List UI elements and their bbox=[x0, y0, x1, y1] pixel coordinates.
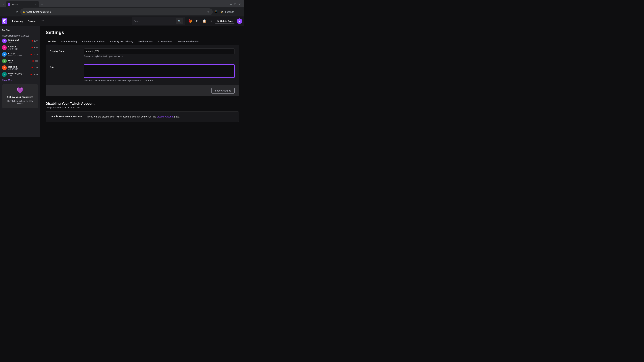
live-indicator bbox=[32, 47, 33, 48]
promo-title: Follow your favorites! bbox=[5, 95, 36, 99]
inbox-icon[interactable]: ✉ bbox=[195, 18, 200, 24]
live-indicator bbox=[30, 54, 32, 55]
viewer-count: 15.7K bbox=[33, 53, 38, 55]
cast-icon[interactable]: 📱 bbox=[214, 9, 218, 14]
notifications-icon[interactable]: 📋 bbox=[202, 18, 207, 24]
browse-nav-link[interactable]: Browse bbox=[26, 19, 38, 23]
disable-title: Disabling Your Twitch Account bbox=[46, 102, 239, 106]
avatar: K bbox=[2, 52, 7, 57]
save-changes-button[interactable]: Save Changes bbox=[212, 88, 234, 93]
tab-profile[interactable]: Profile bbox=[46, 38, 58, 45]
channel-info: betboom_eng2 Dota 2 bbox=[8, 72, 29, 77]
bio-input-col: Description for the About panel on your … bbox=[84, 64, 234, 82]
disable-account-link[interactable]: Disable Account bbox=[157, 115, 174, 118]
list-item[interactable]: K k3soju Teamfight Tactics 15.7K bbox=[0, 51, 40, 58]
live-indicator bbox=[30, 74, 32, 75]
back-button[interactable]: ← bbox=[2, 9, 7, 14]
channel-info: k3soju Teamfight Tactics bbox=[8, 52, 29, 57]
following-nav-link[interactable]: Following bbox=[11, 19, 24, 23]
forward-button[interactable]: → bbox=[8, 9, 14, 14]
browser-menu-button[interactable]: ⋮ bbox=[237, 9, 242, 14]
show-more-button[interactable]: Show More bbox=[0, 78, 40, 82]
recommended-channels-label: RECOMMENDED CHANNELS bbox=[0, 33, 40, 37]
page-title: Settings bbox=[46, 30, 239, 35]
display-name-input-col: Customize capitalization for your userna… bbox=[84, 48, 234, 57]
user-avatar-button[interactable]: M bbox=[237, 18, 242, 24]
bio-label-col: Bio bbox=[50, 64, 80, 68]
avatar: J bbox=[2, 65, 7, 70]
twitch-logo[interactable] bbox=[2, 18, 8, 24]
channel-name: betboom_eng2 bbox=[8, 72, 29, 75]
list-item[interactable]: K kukudota2 Dota 2 1.7K bbox=[0, 37, 40, 44]
bio-label: Bio bbox=[50, 64, 80, 68]
channel-game: VALORANT bbox=[8, 48, 30, 50]
crown-icon[interactable]: ♦ bbox=[209, 18, 213, 24]
url-text: twitch.tv/settings/profile bbox=[26, 10, 205, 13]
viewer-count: 803 bbox=[35, 60, 38, 62]
live-indicator bbox=[32, 40, 33, 41]
bookmark-star-icon[interactable]: ☆ bbox=[206, 9, 210, 14]
close-window-button[interactable]: ✕ bbox=[238, 2, 242, 7]
top-navigation: Following Browse ••• 🔍 🎁 ✉ 📋 ♦ 🛡 Get Ad-… bbox=[0, 16, 244, 26]
settings-content-area: Settings Profile Prime Gaming Channel an… bbox=[40, 26, 244, 137]
refresh-button[interactable]: ↻ bbox=[14, 9, 19, 14]
new-tab-button[interactable]: + bbox=[40, 2, 44, 7]
viewer-count: 9.7K bbox=[34, 46, 38, 49]
main-layout: For You ←| RECOMMENDED CHANNELS K kukudo… bbox=[0, 26, 244, 137]
more-nav-button[interactable]: ••• bbox=[40, 18, 45, 24]
tab-favicon: T bbox=[8, 3, 10, 6]
settings-form: Display Name Customize capitalization fo… bbox=[46, 45, 239, 96]
avatar: K bbox=[2, 38, 7, 43]
tab-close-button[interactable]: × bbox=[34, 3, 37, 6]
incognito-label: Incognito bbox=[224, 10, 234, 13]
active-tab[interactable]: T Twitch × bbox=[6, 1, 39, 7]
list-item[interactable]: B betboom_eng2 Dota 2 18.5K bbox=[0, 71, 40, 78]
maximize-button[interactable]: □ bbox=[234, 2, 237, 7]
tab-bar: ⌄ T Twitch × + ─ □ ✕ bbox=[0, 0, 244, 7]
disable-content-box: Disable Your Twitch Account If you want … bbox=[46, 111, 239, 122]
shield-icon: 🛡 bbox=[217, 20, 219, 22]
channel-info: joshseki VALORANT bbox=[8, 65, 30, 70]
channel-info: yowe Dota 2 bbox=[8, 59, 31, 63]
bio-textarea[interactable] bbox=[84, 64, 234, 78]
tab-connections[interactable]: Connections bbox=[156, 38, 175, 45]
sidebar-for-you-label: For You bbox=[2, 29, 10, 31]
viewer-count: 1.2K bbox=[34, 67, 38, 69]
tab-channel-videos[interactable]: Channel and Videos bbox=[80, 38, 108, 45]
channel-name: kukudota2 bbox=[8, 39, 30, 41]
tab-notifications[interactable]: Notifications bbox=[136, 38, 156, 45]
minimize-button[interactable]: ─ bbox=[229, 2, 232, 7]
incognito-button[interactable]: 🕵 Incognito bbox=[219, 10, 236, 14]
tab-title: Twitch bbox=[12, 3, 33, 6]
bio-section: Bio Description for the About panel on y… bbox=[46, 61, 239, 85]
address-bar-row: ← → ↻ 🔒 twitch.tv/settings/profile ☆ 📱 🕵… bbox=[0, 7, 244, 16]
search-input[interactable] bbox=[134, 20, 174, 22]
sidebar-collapse-button[interactable]: ←| bbox=[33, 28, 38, 32]
disable-text-after: page. bbox=[174, 115, 180, 118]
rewards-icon[interactable]: 🎁 bbox=[187, 18, 193, 24]
live-indicator bbox=[32, 67, 33, 68]
tab-prime-gaming[interactable]: Prime Gaming bbox=[58, 38, 80, 45]
tab-list-btn[interactable]: ⌄ bbox=[1, 2, 5, 6]
disable-row: Disable Your Twitch Account If you want … bbox=[50, 115, 234, 118]
display-name-hint: Customize capitalization for your userna… bbox=[84, 55, 234, 57]
twitch-app: Following Browse ••• 🔍 🎁 ✉ 📋 ♦ 🛡 Get Ad-… bbox=[0, 16, 244, 137]
list-item[interactable]: Y yowe Dota 2 803 bbox=[0, 58, 40, 64]
follow-promo-box: 💜 Follow your favorites! They'll show up… bbox=[2, 84, 38, 108]
avatar: K bbox=[2, 45, 7, 50]
list-item[interactable]: K Kyedae VALORANT 9.7K bbox=[0, 44, 40, 51]
incognito-icon: 🕵 bbox=[221, 10, 224, 13]
display-name-input[interactable] bbox=[84, 48, 234, 54]
tab-security-privacy[interactable]: Security and Privacy bbox=[107, 38, 136, 45]
address-bar[interactable]: 🔒 twitch.tv/settings/profile ☆ bbox=[20, 8, 213, 15]
tab-recommendations[interactable]: Recommendations bbox=[175, 38, 201, 45]
disable-desc: Completely deactivate your account bbox=[46, 106, 239, 109]
browser-chrome: ⌄ T Twitch × + ─ □ ✕ ← → ↻ 🔒 twitch.tv/s… bbox=[0, 0, 244, 16]
display-name-label: Display Name bbox=[50, 48, 80, 52]
avatar: Y bbox=[2, 59, 7, 63]
list-item[interactable]: J joshseki VALORANT 1.2K bbox=[0, 64, 40, 71]
channel-name: k3soju bbox=[8, 52, 29, 55]
search-submit-button[interactable]: 🔍 bbox=[176, 18, 183, 24]
get-ad-free-button[interactable]: 🛡 Get Ad-Free bbox=[215, 18, 235, 23]
bio-hint: Description for the About panel on your … bbox=[84, 79, 234, 82]
